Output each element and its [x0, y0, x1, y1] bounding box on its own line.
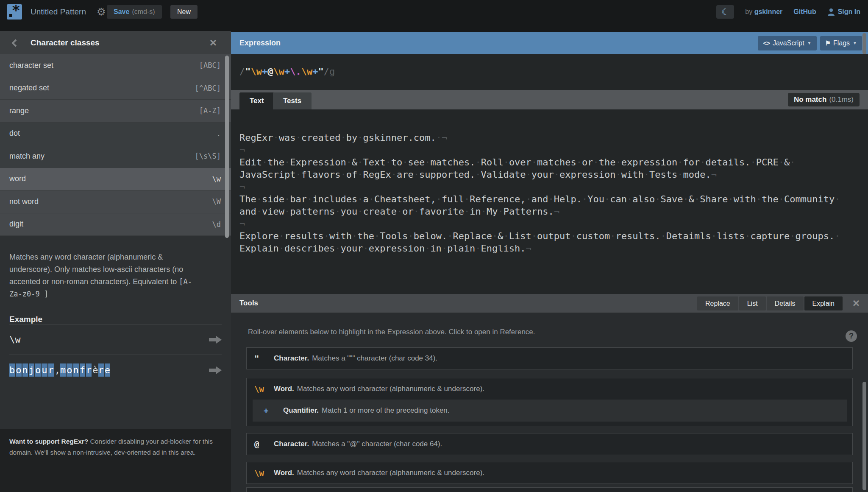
gskinner-link[interactable]: gskinner: [754, 8, 783, 15]
expression-token[interactable]: @: [267, 66, 273, 77]
explain-token: \w: [254, 468, 274, 478]
github-link[interactable]: GitHub: [793, 8, 816, 16]
text-paragraph: ¬: [239, 218, 850, 230]
chevron-down-icon: ▼: [853, 41, 857, 45]
sidebar-item-digit[interactable]: digit\d: [0, 213, 231, 236]
back-chevron-icon[interactable]: [11, 39, 19, 47]
expression-token[interactable]: ": [245, 66, 250, 77]
explain-row[interactable]: @Character.Matches a "@" character (char…: [246, 433, 853, 455]
main-scrollbar[interactable]: [862, 33, 866, 54]
explain-token: +: [264, 406, 283, 415]
sidebar-scrollbar[interactable]: [225, 56, 229, 238]
tab-tests[interactable]: Tests: [273, 92, 312, 109]
editor-tab-bar: Text Tests No match (0.1ms): [231, 90, 868, 109]
matched-char: o: [67, 363, 72, 377]
expression-token[interactable]: +: [312, 66, 318, 77]
expression-token[interactable]: \w: [301, 66, 313, 77]
item-syntax: [A-Z]: [199, 106, 221, 115]
explain-row[interactable]: \wWord.Matches any word character (alpha…: [246, 462, 853, 484]
item-syntax: [ABC]: [199, 61, 221, 70]
matched-char: n: [22, 363, 28, 377]
text-paragraph: ¬: [239, 181, 850, 193]
text-panel[interactable]: RegExr·was·created·by·gskinner.com.·¬¬Ed…: [231, 109, 868, 294]
explain-description: Matches any word character (alphanumeric…: [297, 385, 484, 393]
tools-bar: Tools ReplaceListDetailsExplain ×: [231, 294, 868, 313]
expression-token[interactable]: /: [239, 66, 245, 77]
explain-token: ": [254, 354, 274, 363]
explain-row[interactable]: "Character.Matches a """ character (char…: [246, 347, 853, 369]
expression-token[interactable]: ": [318, 66, 324, 77]
matched-char: e: [105, 363, 110, 377]
tools-title: Tools: [239, 299, 258, 308]
expression-token[interactable]: \w: [273, 66, 285, 77]
flavor-dropdown[interactable]: <> JavaScript ▼: [758, 36, 816, 50]
sidebar-item-not-word[interactable]: not word\W: [0, 190, 231, 213]
moon-icon: ☾: [721, 7, 729, 17]
sidebar-title: Character classes: [31, 38, 100, 48]
expression-token[interactable]: +: [262, 66, 267, 77]
matched-char: r: [48, 363, 54, 377]
text-paragraph: Explore·results·with·the·Tools·below.·Re…: [239, 230, 850, 254]
explain-label: Word.: [274, 469, 294, 477]
tools-tab-details[interactable]: Details: [767, 296, 804, 310]
tools-tab-explain[interactable]: Explain: [804, 296, 843, 310]
item-syntax: \d: [212, 220, 221, 229]
arrow-right-icon: [209, 336, 222, 344]
code-icon: <>: [763, 39, 770, 47]
expression-token[interactable]: \w: [251, 66, 262, 77]
flags-dropdown[interactable]: ⚑ Flags ▼: [820, 36, 862, 50]
save-button[interactable]: Save (cmd-s): [107, 5, 162, 19]
sidebar-item-range[interactable]: range[A-Z]: [0, 100, 231, 123]
sidebar-close-icon[interactable]: ×: [210, 39, 217, 47]
expression-token[interactable]: g: [329, 66, 335, 77]
unmatched-char: è: [92, 363, 98, 377]
expression-token[interactable]: /: [324, 66, 329, 77]
text-paragraph: RegExr·was·created·by·gskinner.com.·¬: [239, 131, 850, 144]
chevron-down-icon: ▼: [807, 41, 812, 45]
item-syntax: [\s\S]: [195, 152, 221, 160]
example-match-text: bonjour, mon frère: [9, 363, 111, 377]
explain-row[interactable]: \wWord.Matches any word character (alpha…: [247, 378, 852, 400]
dark-mode-toggle[interactable]: ☾: [716, 5, 734, 19]
matched-char: o: [16, 363, 21, 377]
matched-char: n: [73, 363, 79, 377]
sidebar-item-word[interactable]: word\w: [0, 168, 231, 191]
explain-child-row[interactable]: +Quantifier.Match 1 or more of the prece…: [253, 400, 847, 422]
expression-input[interactable]: /"\w+@\w+\.\w+"/g: [231, 54, 868, 90]
sample-text[interactable]: RegExr·was·created·by·gskinner.com.·¬¬Ed…: [239, 131, 850, 254]
sidebar-item-dot[interactable]: dot.: [0, 123, 231, 145]
token-description: Matches any word character (alphanumeric…: [0, 236, 208, 300]
item-label: match any: [9, 152, 45, 161]
example-match-row[interactable]: bonjour, mon frère: [9, 355, 222, 385]
sidebar-detail-panel: Matches any word character (alphanumeric…: [0, 236, 231, 492]
regexr-logo-icon[interactable]: *: [7, 4, 22, 20]
item-label: negated set: [9, 84, 49, 92]
top-bar: * Untitled Pattern ⚙ Save (cmd-s) New ☾ …: [0, 0, 868, 24]
sidebar-item-negated-set[interactable]: negated set[^ABC]: [0, 77, 231, 100]
matched-char: r: [98, 363, 104, 377]
sidebar-item-character-set[interactable]: character set[ABC]: [0, 54, 231, 77]
sidebar-item-match-any[interactable]: match any[\s\S]: [0, 145, 231, 168]
explain-label: Character.: [274, 354, 309, 363]
pattern-title[interactable]: Untitled Pattern: [31, 0, 86, 24]
new-button[interactable]: New: [170, 5, 198, 19]
example-pattern-row[interactable]: \w: [9, 324, 222, 355]
tab-text[interactable]: Text: [239, 92, 274, 109]
help-icon[interactable]: ?: [846, 330, 857, 342]
explain-token: @: [254, 439, 274, 449]
tools-scrollbar[interactable]: [862, 382, 866, 490]
explain-description: Match 1 or more of the preceding token.: [322, 406, 449, 415]
expression-token[interactable]: +: [284, 66, 290, 77]
tools-tab-list[interactable]: List: [739, 296, 766, 310]
matched-char: u: [42, 363, 47, 377]
expression-token[interactable]: \.: [290, 66, 301, 77]
regexr-app: * Untitled Pattern ⚙ Save (cmd-s) New ☾ …: [0, 0, 868, 492]
explain-group: \wWord.Matches any word character (alpha…: [246, 378, 853, 426]
sign-in-button[interactable]: Sign In: [827, 8, 860, 16]
gear-icon[interactable]: ⚙: [97, 0, 106, 24]
flag-icon: ⚑: [825, 39, 830, 47]
explain-rows: "Character.Matches a """ character (char…: [246, 347, 853, 492]
matched-char: j: [29, 363, 34, 377]
tools-tab-replace[interactable]: Replace: [697, 296, 738, 310]
tools-close-icon[interactable]: ×: [853, 297, 860, 309]
